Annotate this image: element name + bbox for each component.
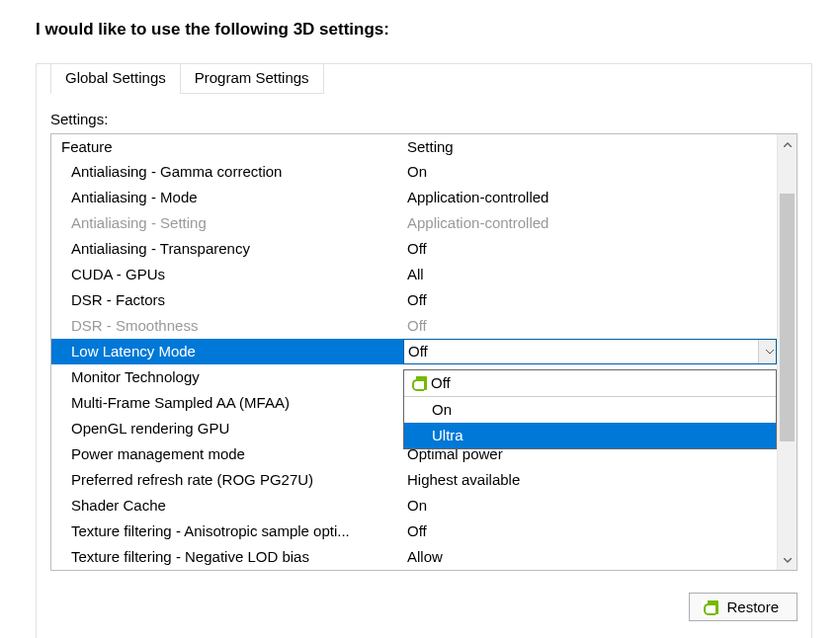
setting-dropdown[interactable]: Off	[403, 339, 777, 364]
cell-feature: Antialiasing - Transparency	[71, 238, 407, 260]
cell-feature: Texture filtering - Anisotropic sample o…	[71, 520, 407, 542]
dropdown-option-on[interactable]: On	[404, 397, 776, 423]
table-row[interactable]: Antialiasing - Transparency Off	[51, 236, 777, 262]
tab-global-settings[interactable]: Global Settings	[50, 63, 181, 94]
table-row[interactable]: DSR - Smoothness Off	[51, 313, 777, 339]
cell-setting: Off	[407, 520, 777, 542]
cell-feature: Monitor Technology	[71, 366, 407, 388]
cell-feature: Antialiasing - Gamma correction	[71, 161, 407, 183]
cell-setting: Off	[407, 289, 777, 311]
cell-feature: Preferred refresh rate (ROG PG27U)	[71, 469, 407, 491]
scroll-down-icon[interactable]	[778, 550, 797, 570]
cell-feature: Power management mode	[71, 443, 407, 465]
scrollbar[interactable]	[777, 134, 797, 570]
table-row[interactable]: Texture filtering - Anisotropic sample o…	[51, 518, 777, 544]
table-row[interactable]: Preferred refresh rate (ROG PG27U) Highe…	[51, 467, 777, 493]
cell-feature: Texture filtering - Negative LOD bias	[71, 546, 407, 568]
cell-setting: Off	[407, 238, 777, 260]
nvidia-icon	[410, 376, 427, 390]
nvidia-icon	[702, 600, 718, 614]
table-row[interactable]: Antialiasing - Gamma correction On	[51, 159, 777, 185]
restore-button[interactable]: Restore	[689, 593, 798, 621]
scrollbar-thumb[interactable]	[780, 194, 795, 441]
cell-feature: CUDA - GPUs	[71, 264, 407, 285]
table-row[interactable]: Texture filtering - Negative LOD bias Al…	[51, 544, 777, 570]
cell-feature: DSR - Smoothness	[71, 315, 407, 337]
dropdown-value: Off	[408, 341, 428, 362]
restore-label: Restore	[726, 598, 779, 615]
cell-setting: Off	[407, 315, 777, 337]
table-row-selected[interactable]: Low Latency Mode Off	[51, 339, 777, 364]
cell-feature: OpenGL rendering GPU	[71, 418, 407, 439]
table-row[interactable]: Antialiasing - Setting Application-contr…	[51, 210, 777, 236]
cell-setting: Highest available	[407, 469, 777, 491]
tab-program-settings[interactable]: Program Settings	[180, 63, 324, 94]
scroll-up-icon[interactable]	[778, 134, 797, 154]
table-row[interactable]: Antialiasing - Mode Application-controll…	[51, 185, 777, 210]
header-setting: Setting	[407, 138, 777, 155]
settings-panel: Global Settings Program Settings Setting…	[36, 63, 812, 638]
dropdown-option-label: Off	[431, 372, 451, 394]
cell-setting: Application-controlled	[407, 187, 777, 208]
table-row[interactable]: CUDA - GPUs All	[51, 262, 777, 287]
dropdown-option-ultra[interactable]: Ultra	[404, 423, 776, 448]
cell-setting: On	[407, 495, 777, 517]
page-title: I would like to use the following 3D set…	[36, 20, 812, 40]
dropdown-popup[interactable]: Off On Ultra	[403, 369, 777, 449]
cell-setting: On	[407, 161, 777, 183]
table-header: Feature Setting	[51, 134, 777, 159]
cell-setting: Allow	[407, 546, 777, 568]
cell-feature: Antialiasing - Mode	[71, 187, 407, 208]
table-row[interactable]: DSR - Factors Off	[51, 287, 777, 313]
header-feature: Feature	[61, 138, 407, 155]
cell-feature: Multi-Frame Sampled AA (MFAA)	[71, 392, 407, 414]
dropdown-option-off[interactable]: Off	[404, 370, 776, 396]
table-row[interactable]: Shader Cache On	[51, 493, 777, 518]
cell-setting: All	[407, 264, 777, 285]
cell-feature: Antialiasing - Setting	[71, 212, 407, 234]
chevron-down-icon[interactable]	[758, 340, 776, 363]
settings-table: Feature Setting Antialiasing - Gamma cor…	[50, 133, 798, 571]
cell-setting: Application-controlled	[407, 212, 777, 234]
settings-label: Settings:	[50, 111, 798, 127]
cell-feature: Low Latency Mode	[71, 341, 407, 362]
cell-feature: Shader Cache	[71, 495, 407, 517]
cell-feature: DSR - Factors	[71, 289, 407, 311]
